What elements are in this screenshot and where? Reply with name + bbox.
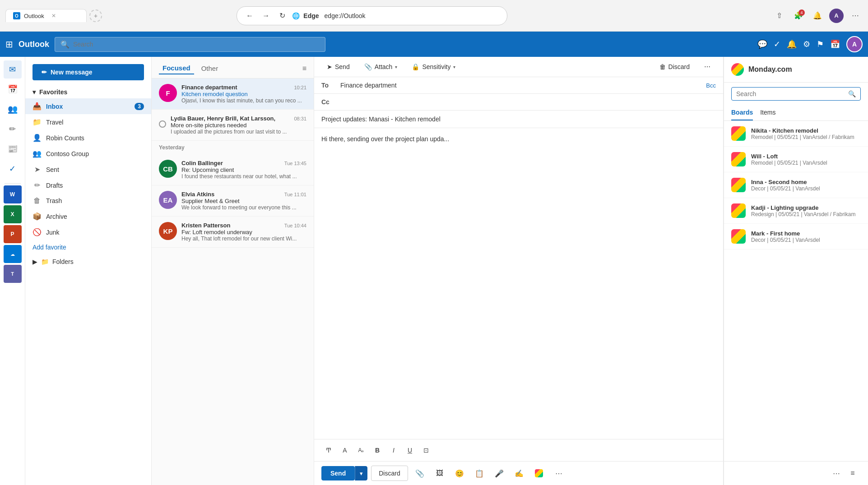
sidebar-item-inbox[interactable]: 📥 Inbox 3 xyxy=(25,98,151,114)
monday-item-1[interactable]: Nikita - Kitchen remodel Remodel | 05/05… xyxy=(724,121,868,147)
add-favorite-link[interactable]: Add favorite xyxy=(25,240,151,254)
extensions-button[interactable]: 🧩 4 xyxy=(791,9,806,23)
format-align-btn[interactable]: ⊡ xyxy=(419,443,433,457)
format-underline-btn[interactable]: U xyxy=(403,443,417,457)
sidebar-item-contoso[interactable]: 👥 Contoso Group xyxy=(25,146,151,162)
new-message-button[interactable]: ✏ New message xyxy=(32,64,144,80)
email-items: F Finance department 10:21 Kitchen remod… xyxy=(152,79,314,485)
sidebar-item-robin[interactable]: 👤 Robin Counts xyxy=(25,130,151,146)
monday-item-4[interactable]: Kadji - Lighting upgrade Redesign | 05/0… xyxy=(724,198,868,224)
rail-teams-icon[interactable]: T xyxy=(4,265,22,283)
address-bar-input[interactable] xyxy=(325,12,501,19)
calendar-icon[interactable]: 📅 xyxy=(830,39,840,49)
browser-more-button[interactable]: ⋯ xyxy=(848,9,863,23)
send-button[interactable]: Send xyxy=(321,466,355,480)
cc-input[interactable] xyxy=(340,98,716,106)
rail-tasks-icon[interactable]: ✏ xyxy=(4,120,22,138)
email-item-3[interactable]: CB Colin Ballinger Tue 13:45 Re: Upcomin… xyxy=(152,154,314,185)
monday-tab-items[interactable]: Items xyxy=(760,105,775,120)
more-bottom-btn[interactable]: ⋯ xyxy=(551,465,567,481)
bcc-link[interactable]: Bcc xyxy=(706,82,716,89)
nav-forward-button[interactable]: → xyxy=(260,9,272,22)
email-subject-3: Re: Upcoming client xyxy=(181,166,306,173)
paperclip-icon-btn[interactable]: 📎 xyxy=(412,465,428,481)
sidebar-item-junk[interactable]: 🚫 Junk xyxy=(25,224,151,240)
monday-item-2[interactable]: Will - Loft Remodel | 05/05/21 | VanArsd… xyxy=(724,147,868,172)
monday-item-3[interactable]: Inna - Second home Decor | 05/05/21 | Va… xyxy=(724,172,868,198)
monday-icon-btn[interactable] xyxy=(531,465,547,481)
sidebar-item-archive[interactable]: 📦 Archive xyxy=(25,208,151,224)
rail-people-icon[interactable]: 👥 xyxy=(4,100,22,118)
monday-header: Monday.com xyxy=(724,57,868,83)
emoji-icon-btn[interactable]: 😊 xyxy=(451,465,468,481)
top-nav: ⊞ Outlook 🔍 💬 ✓ 🔔 ⚙ ⚑ 📅 A xyxy=(0,32,868,57)
send-dropdown-button[interactable]: ▾ xyxy=(355,466,367,480)
rail-word-icon[interactable]: W xyxy=(4,185,22,203)
email-item-2[interactable]: Lydia Bauer, Henry Brill, Kat Larsson, 0… xyxy=(152,110,314,141)
sensitivity-chevron-icon: ▾ xyxy=(453,65,455,69)
todo-icon[interactable]: ✓ xyxy=(774,39,780,49)
format-text-btn[interactable]: Ͳ xyxy=(321,443,336,457)
sidebar-item-trash[interactable]: 🗑 Trash xyxy=(25,193,151,208)
chat-icon[interactable]: 💬 xyxy=(757,39,767,49)
discard-toolbar-button[interactable]: 🗑 Discard xyxy=(654,60,695,73)
monday-item-5[interactable]: Mark - First home Decor | 05/05/21 | Van… xyxy=(724,224,868,249)
rail-todo-icon[interactable]: ✓ xyxy=(4,160,22,178)
email-subject-5: Fw: Loft remodel underway xyxy=(181,229,306,236)
mic-icon-btn[interactable]: 🎤 xyxy=(491,465,507,481)
browser-profile-avatar[interactable]: A xyxy=(829,9,844,23)
flag-icon[interactable]: ⚑ xyxy=(817,39,824,49)
rail-ppt-icon[interactable]: P xyxy=(4,225,22,243)
email-item-4[interactable]: EA Elvia Atkins Tue 11:01 Supplier Meet … xyxy=(152,185,314,217)
clipboard-icon-btn[interactable]: 📋 xyxy=(471,465,487,481)
more-toolbar-button[interactable]: ⋯ xyxy=(699,60,716,73)
sidebar-folders-item[interactable]: ▶ 📁 Folders xyxy=(25,254,151,269)
subject-input[interactable] xyxy=(321,115,716,123)
signature-icon-btn[interactable]: ✍ xyxy=(511,465,527,481)
nav-refresh-button[interactable]: ↻ xyxy=(276,9,288,22)
top-nav-profile-avatar[interactable]: A xyxy=(846,36,863,52)
compose-body[interactable]: Hi there, sending over the project plan … xyxy=(314,128,723,439)
filter-icon[interactable]: ≡ xyxy=(302,65,306,73)
format-size-btn[interactable]: Aₐ xyxy=(354,443,368,457)
tab-close-icon[interactable]: ✕ xyxy=(51,13,56,19)
discard-bottom-button[interactable]: Discard xyxy=(371,466,408,481)
grid-icon[interactable]: ⊞ xyxy=(5,39,13,50)
rail-news-icon[interactable]: 📰 xyxy=(4,140,22,158)
monday-panel-list-btn[interactable]: ≡ xyxy=(845,465,861,481)
tab-focused[interactable]: Focused xyxy=(159,62,194,74)
format-bold-btn[interactable]: B xyxy=(370,443,385,457)
settings-icon[interactable]: ⚙ xyxy=(803,39,810,49)
monday-panel-more-btn[interactable]: ⋯ xyxy=(828,465,845,481)
browser-tab[interactable]: O Outlook ✕ xyxy=(5,9,87,22)
cc-label: Cc xyxy=(321,98,335,106)
notifications-button[interactable]: 🔔 xyxy=(810,9,825,23)
monday-search-input[interactable] xyxy=(736,90,845,97)
send-toolbar-button[interactable]: ➤ Send xyxy=(321,60,355,73)
favorites-header[interactable]: ▾ Favorites xyxy=(25,86,151,98)
rail-mail-icon[interactable]: ✉ xyxy=(4,60,22,79)
to-value[interactable]: Finance department xyxy=(340,82,701,89)
rail-excel-icon[interactable]: X xyxy=(4,205,22,223)
attach-toolbar-button[interactable]: 📎 Attach ▾ xyxy=(359,60,403,73)
bell-icon[interactable]: 🔔 xyxy=(787,39,797,49)
monday-tab-boards[interactable]: Boards xyxy=(731,105,753,120)
format-font-btn[interactable]: A xyxy=(338,443,352,457)
email-item-5[interactable]: KP Kristen Patterson Tue 10:44 Fw: Loft … xyxy=(152,217,314,248)
sensitivity-toolbar-button[interactable]: 🔒 Sensitivity ▾ xyxy=(406,60,461,73)
format-italic-btn[interactable]: I xyxy=(386,443,401,457)
sidebar-item-drafts[interactable]: ✏ Drafts xyxy=(25,177,151,193)
rail-onedrive-icon[interactable]: ☁ xyxy=(4,245,22,263)
sidebar-item-travel[interactable]: 📁 Travel xyxy=(25,114,151,130)
rail-calendar-icon[interactable]: 📅 xyxy=(4,80,22,98)
image-icon-btn[interactable]: 🖼 xyxy=(432,465,448,481)
search-input[interactable] xyxy=(73,41,320,48)
share-button[interactable]: ⇧ xyxy=(772,9,787,23)
new-tab-button[interactable]: + xyxy=(89,9,102,22)
email-item-1[interactable]: F Finance department 10:21 Kitchen remod… xyxy=(152,79,314,110)
email-content-5: Kristen Patterson Tue 10:44 Fw: Loft rem… xyxy=(181,222,306,242)
more-icon: ⋯ xyxy=(704,63,710,70)
sidebar-item-sent[interactable]: ➤ Sent xyxy=(25,162,151,177)
tab-other[interactable]: Other xyxy=(198,63,222,74)
nav-back-button[interactable]: ← xyxy=(243,9,256,22)
